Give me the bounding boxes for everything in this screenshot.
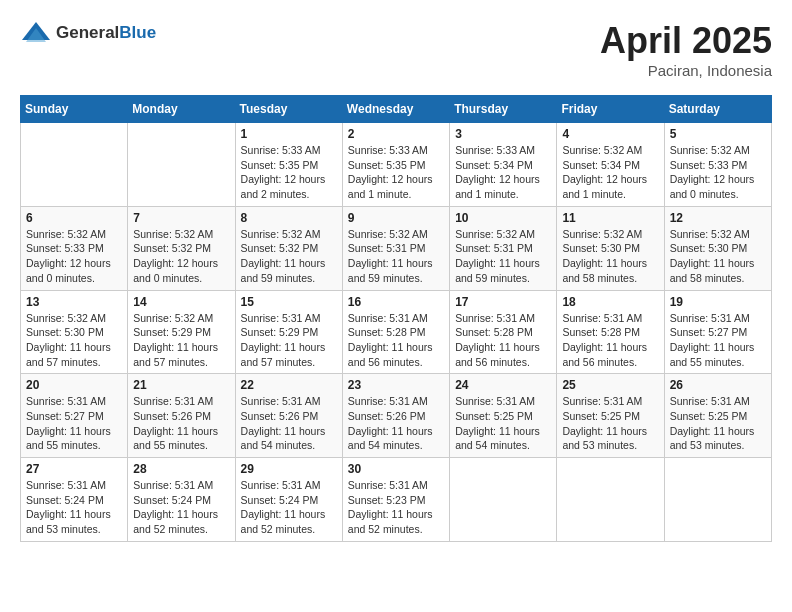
day-info: Sunrise: 5:33 AM Sunset: 5:35 PM Dayligh… bbox=[241, 143, 337, 202]
day-number: 13 bbox=[26, 295, 122, 309]
day-info: Sunrise: 5:31 AM Sunset: 5:25 PM Dayligh… bbox=[670, 394, 766, 453]
logo-blue: Blue bbox=[119, 23, 156, 43]
calendar-cell: 22Sunrise: 5:31 AM Sunset: 5:26 PM Dayli… bbox=[235, 374, 342, 458]
calendar-cell: 18Sunrise: 5:31 AM Sunset: 5:28 PM Dayli… bbox=[557, 290, 664, 374]
calendar-cell: 1Sunrise: 5:33 AM Sunset: 5:35 PM Daylig… bbox=[235, 123, 342, 207]
day-info: Sunrise: 5:32 AM Sunset: 5:33 PM Dayligh… bbox=[26, 227, 122, 286]
calendar-cell: 20Sunrise: 5:31 AM Sunset: 5:27 PM Dayli… bbox=[21, 374, 128, 458]
calendar-title: April 2025 bbox=[600, 20, 772, 62]
day-info: Sunrise: 5:33 AM Sunset: 5:34 PM Dayligh… bbox=[455, 143, 551, 202]
day-number: 24 bbox=[455, 378, 551, 392]
day-info: Sunrise: 5:32 AM Sunset: 5:31 PM Dayligh… bbox=[348, 227, 444, 286]
calendar-cell: 5Sunrise: 5:32 AM Sunset: 5:33 PM Daylig… bbox=[664, 123, 771, 207]
calendar-week-3: 13Sunrise: 5:32 AM Sunset: 5:30 PM Dayli… bbox=[21, 290, 772, 374]
day-info: Sunrise: 5:31 AM Sunset: 5:29 PM Dayligh… bbox=[241, 311, 337, 370]
day-info: Sunrise: 5:31 AM Sunset: 5:25 PM Dayligh… bbox=[562, 394, 658, 453]
day-number: 12 bbox=[670, 211, 766, 225]
day-info: Sunrise: 5:31 AM Sunset: 5:27 PM Dayligh… bbox=[26, 394, 122, 453]
day-number: 21 bbox=[133, 378, 229, 392]
day-number: 6 bbox=[26, 211, 122, 225]
day-number: 20 bbox=[26, 378, 122, 392]
calendar-week-2: 6Sunrise: 5:32 AM Sunset: 5:33 PM Daylig… bbox=[21, 206, 772, 290]
weekday-header-tuesday: Tuesday bbox=[235, 96, 342, 123]
day-number: 5 bbox=[670, 127, 766, 141]
day-info: Sunrise: 5:32 AM Sunset: 5:34 PM Dayligh… bbox=[562, 143, 658, 202]
calendar-cell: 10Sunrise: 5:32 AM Sunset: 5:31 PM Dayli… bbox=[450, 206, 557, 290]
day-number: 27 bbox=[26, 462, 122, 476]
calendar-cell bbox=[128, 123, 235, 207]
day-info: Sunrise: 5:31 AM Sunset: 5:26 PM Dayligh… bbox=[133, 394, 229, 453]
calendar-cell: 4Sunrise: 5:32 AM Sunset: 5:34 PM Daylig… bbox=[557, 123, 664, 207]
calendar-week-1: 1Sunrise: 5:33 AM Sunset: 5:35 PM Daylig… bbox=[21, 123, 772, 207]
logo-icon bbox=[20, 20, 52, 46]
calendar-cell: 21Sunrise: 5:31 AM Sunset: 5:26 PM Dayli… bbox=[128, 374, 235, 458]
weekday-header-monday: Monday bbox=[128, 96, 235, 123]
calendar-cell: 25Sunrise: 5:31 AM Sunset: 5:25 PM Dayli… bbox=[557, 374, 664, 458]
calendar-week-5: 27Sunrise: 5:31 AM Sunset: 5:24 PM Dayli… bbox=[21, 458, 772, 542]
day-number: 25 bbox=[562, 378, 658, 392]
day-info: Sunrise: 5:32 AM Sunset: 5:32 PM Dayligh… bbox=[133, 227, 229, 286]
day-info: Sunrise: 5:31 AM Sunset: 5:24 PM Dayligh… bbox=[133, 478, 229, 537]
day-number: 10 bbox=[455, 211, 551, 225]
day-number: 28 bbox=[133, 462, 229, 476]
calendar-cell: 13Sunrise: 5:32 AM Sunset: 5:30 PM Dayli… bbox=[21, 290, 128, 374]
calendar-cell: 2Sunrise: 5:33 AM Sunset: 5:35 PM Daylig… bbox=[342, 123, 449, 207]
day-info: Sunrise: 5:31 AM Sunset: 5:28 PM Dayligh… bbox=[562, 311, 658, 370]
day-number: 11 bbox=[562, 211, 658, 225]
calendar-table: SundayMondayTuesdayWednesdayThursdayFrid… bbox=[20, 95, 772, 542]
weekday-header-friday: Friday bbox=[557, 96, 664, 123]
day-info: Sunrise: 5:32 AM Sunset: 5:33 PM Dayligh… bbox=[670, 143, 766, 202]
day-number: 18 bbox=[562, 295, 658, 309]
calendar-cell: 7Sunrise: 5:32 AM Sunset: 5:32 PM Daylig… bbox=[128, 206, 235, 290]
day-number: 30 bbox=[348, 462, 444, 476]
logo-general: General bbox=[56, 23, 119, 43]
calendar-header-row: SundayMondayTuesdayWednesdayThursdayFrid… bbox=[21, 96, 772, 123]
day-number: 17 bbox=[455, 295, 551, 309]
calendar-cell: 19Sunrise: 5:31 AM Sunset: 5:27 PM Dayli… bbox=[664, 290, 771, 374]
calendar-location: Paciran, Indonesia bbox=[600, 62, 772, 79]
calendar-cell: 24Sunrise: 5:31 AM Sunset: 5:25 PM Dayli… bbox=[450, 374, 557, 458]
calendar-cell: 23Sunrise: 5:31 AM Sunset: 5:26 PM Dayli… bbox=[342, 374, 449, 458]
day-number: 9 bbox=[348, 211, 444, 225]
calendar-cell: 6Sunrise: 5:32 AM Sunset: 5:33 PM Daylig… bbox=[21, 206, 128, 290]
calendar-cell: 27Sunrise: 5:31 AM Sunset: 5:24 PM Dayli… bbox=[21, 458, 128, 542]
day-number: 19 bbox=[670, 295, 766, 309]
calendar-cell: 17Sunrise: 5:31 AM Sunset: 5:28 PM Dayli… bbox=[450, 290, 557, 374]
calendar-cell: 14Sunrise: 5:32 AM Sunset: 5:29 PM Dayli… bbox=[128, 290, 235, 374]
day-info: Sunrise: 5:32 AM Sunset: 5:29 PM Dayligh… bbox=[133, 311, 229, 370]
day-number: 26 bbox=[670, 378, 766, 392]
weekday-header-wednesday: Wednesday bbox=[342, 96, 449, 123]
calendar-cell: 3Sunrise: 5:33 AM Sunset: 5:34 PM Daylig… bbox=[450, 123, 557, 207]
day-info: Sunrise: 5:32 AM Sunset: 5:30 PM Dayligh… bbox=[670, 227, 766, 286]
day-number: 7 bbox=[133, 211, 229, 225]
day-number: 8 bbox=[241, 211, 337, 225]
calendar-cell bbox=[664, 458, 771, 542]
calendar-cell: 8Sunrise: 5:32 AM Sunset: 5:32 PM Daylig… bbox=[235, 206, 342, 290]
day-info: Sunrise: 5:31 AM Sunset: 5:28 PM Dayligh… bbox=[455, 311, 551, 370]
calendar-cell: 9Sunrise: 5:32 AM Sunset: 5:31 PM Daylig… bbox=[342, 206, 449, 290]
day-number: 3 bbox=[455, 127, 551, 141]
day-info: Sunrise: 5:31 AM Sunset: 5:23 PM Dayligh… bbox=[348, 478, 444, 537]
day-info: Sunrise: 5:31 AM Sunset: 5:28 PM Dayligh… bbox=[348, 311, 444, 370]
calendar-cell: 28Sunrise: 5:31 AM Sunset: 5:24 PM Dayli… bbox=[128, 458, 235, 542]
logo: General Blue bbox=[20, 20, 156, 46]
day-number: 15 bbox=[241, 295, 337, 309]
day-info: Sunrise: 5:32 AM Sunset: 5:32 PM Dayligh… bbox=[241, 227, 337, 286]
day-info: Sunrise: 5:33 AM Sunset: 5:35 PM Dayligh… bbox=[348, 143, 444, 202]
day-number: 29 bbox=[241, 462, 337, 476]
day-info: Sunrise: 5:31 AM Sunset: 5:24 PM Dayligh… bbox=[26, 478, 122, 537]
calendar-cell: 30Sunrise: 5:31 AM Sunset: 5:23 PM Dayli… bbox=[342, 458, 449, 542]
day-number: 4 bbox=[562, 127, 658, 141]
weekday-header-saturday: Saturday bbox=[664, 96, 771, 123]
calendar-week-4: 20Sunrise: 5:31 AM Sunset: 5:27 PM Dayli… bbox=[21, 374, 772, 458]
day-info: Sunrise: 5:31 AM Sunset: 5:26 PM Dayligh… bbox=[241, 394, 337, 453]
calendar-cell bbox=[450, 458, 557, 542]
day-info: Sunrise: 5:31 AM Sunset: 5:26 PM Dayligh… bbox=[348, 394, 444, 453]
calendar-cell bbox=[557, 458, 664, 542]
calendar-cell bbox=[21, 123, 128, 207]
day-info: Sunrise: 5:32 AM Sunset: 5:30 PM Dayligh… bbox=[562, 227, 658, 286]
day-number: 2 bbox=[348, 127, 444, 141]
weekday-header-sunday: Sunday bbox=[21, 96, 128, 123]
day-info: Sunrise: 5:31 AM Sunset: 5:27 PM Dayligh… bbox=[670, 311, 766, 370]
calendar-cell: 11Sunrise: 5:32 AM Sunset: 5:30 PM Dayli… bbox=[557, 206, 664, 290]
